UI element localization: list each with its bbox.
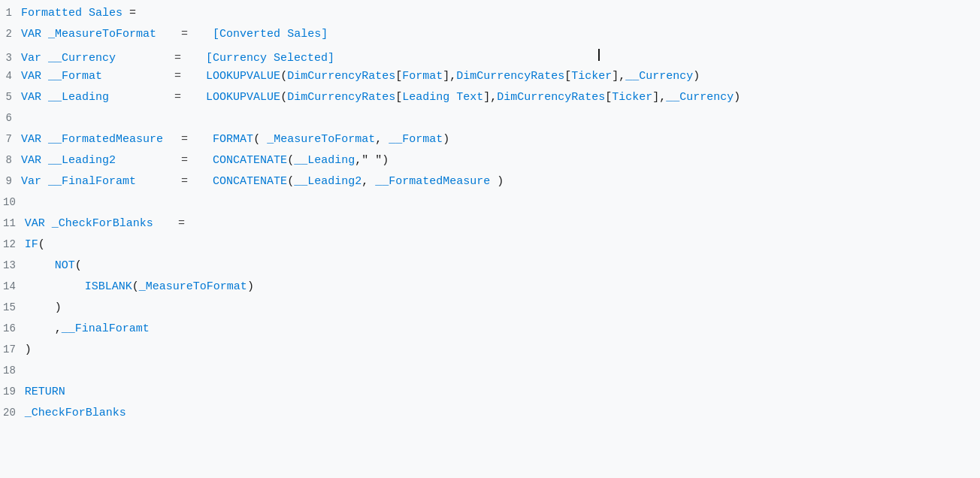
line-number: 19 bbox=[0, 386, 25, 398]
line-content: Var __Currency = [Currency Selected] bbox=[21, 49, 980, 65]
function-name-token: CONCATENATE bbox=[213, 154, 287, 167]
var-name-token: __FormatedMeasure bbox=[48, 133, 163, 146]
line-number: 9 bbox=[0, 175, 21, 187]
plain-text-token bbox=[192, 154, 213, 167]
plain-text-token: ) bbox=[55, 301, 62, 314]
plain-text-token: ( bbox=[253, 133, 267, 146]
code-editor: 1Formatted Sales =2VAR _MeasureToFormat … bbox=[0, 0, 980, 478]
var-name-token: _MeasureToFormat bbox=[139, 280, 247, 293]
line-number: 1 bbox=[0, 7, 21, 19]
plain-text-token: [ bbox=[564, 70, 571, 83]
plain-text-token: , bbox=[361, 175, 375, 188]
plain-text-token: ], bbox=[612, 70, 625, 83]
plain-text-token: , bbox=[55, 322, 62, 335]
var-name-token: __FinalForamt bbox=[62, 322, 150, 335]
plain-text-token bbox=[116, 52, 170, 65]
line-number: 10 bbox=[0, 196, 25, 208]
operator-token: = bbox=[178, 217, 185, 230]
keyword-token: Var bbox=[21, 175, 41, 188]
code-line: 20_CheckForBlanks bbox=[0, 406, 980, 427]
bracket-value-token: [Currency Selected] bbox=[206, 52, 334, 65]
plain-text-token: ], bbox=[443, 70, 456, 83]
plain-text-token bbox=[116, 154, 177, 167]
line-content: ,__FinalForamt bbox=[25, 322, 980, 335]
plain-text-token bbox=[41, 52, 48, 65]
text-cursor bbox=[598, 49, 600, 61]
line-number: 15 bbox=[0, 301, 25, 313]
line-number: 6 bbox=[0, 112, 21, 124]
var-name-token: __Currency bbox=[625, 70, 693, 83]
keyword-token: VAR bbox=[21, 70, 41, 83]
function-name-token: IF bbox=[25, 238, 38, 251]
line-content: Var __FinalForamt = CONCATENATE(__Leadin… bbox=[21, 175, 980, 188]
plain-text-token bbox=[163, 133, 177, 146]
operator-token: = bbox=[181, 175, 188, 188]
var-name-token: _MeasureToFormat bbox=[48, 28, 156, 41]
keyword-token: VAR bbox=[21, 28, 41, 41]
code-line: 8VAR __Leading2 = CONCATENATE(__Leading,… bbox=[0, 153, 980, 174]
operator-token: = bbox=[174, 70, 181, 83]
plain-text-token: [ bbox=[395, 70, 402, 83]
var-name-token: Format bbox=[402, 70, 443, 83]
line-content: _CheckForBlanks bbox=[25, 407, 980, 419]
line-content: Formatted Sales = bbox=[21, 7, 980, 20]
var-name-token: Ticker bbox=[571, 70, 612, 83]
line-content: VAR __Format = LOOKUPVALUE(DimCurrencyRa… bbox=[21, 70, 980, 83]
var-name-token: __Leading2 bbox=[294, 175, 361, 188]
var-name-token: Leading Text bbox=[402, 91, 483, 104]
keyword-token: VAR bbox=[21, 154, 41, 167]
function-name-token: FORMAT bbox=[213, 133, 253, 146]
code-line: 11VAR _CheckForBlanks = bbox=[0, 216, 980, 237]
line-number: 3 bbox=[0, 52, 21, 64]
code-line: 3Var __Currency = [Currency Selected] bbox=[0, 48, 980, 69]
line-number: 11 bbox=[0, 217, 25, 229]
function-name-token: CONCATENATE bbox=[213, 175, 287, 188]
line-content: ) bbox=[25, 343, 980, 356]
line-content: RETURN bbox=[25, 386, 980, 398]
plain-text-token bbox=[45, 217, 52, 230]
keyword-token: RETURN bbox=[25, 386, 65, 398]
operator-token: = bbox=[181, 154, 188, 167]
plain-text-token bbox=[334, 52, 598, 65]
plain-text-token bbox=[102, 70, 170, 83]
line-number: 5 bbox=[0, 91, 21, 103]
function-name-token: ISBLANK bbox=[85, 280, 132, 293]
keyword-token: Var bbox=[21, 52, 41, 65]
plain-text-token: ( bbox=[287, 154, 294, 167]
var-name-token: __Leading bbox=[294, 154, 355, 167]
bracket-value-token: [Converted Sales] bbox=[213, 28, 328, 41]
code-line: 7VAR __FormatedMeasure = FORMAT( _Measur… bbox=[0, 132, 980, 153]
code-line: 5VAR __Leading = LOOKUPVALUE(DimCurrency… bbox=[0, 90, 980, 111]
line-number: 8 bbox=[0, 154, 21, 166]
plain-text-token: ) bbox=[25, 343, 32, 356]
var-name-token: _MeasureToFormat bbox=[267, 133, 375, 146]
plain-text-token: ( bbox=[280, 70, 287, 83]
var-name-token: _CheckForBlanks bbox=[52, 217, 153, 230]
line-content: ISBLANK(_MeasureToFormat) bbox=[25, 280, 980, 293]
line-number: 13 bbox=[0, 259, 25, 271]
plain-text-token bbox=[41, 91, 48, 104]
code-line: 2VAR _MeasureToFormat = [Converted Sales… bbox=[0, 27, 980, 48]
plain-text-token: ( bbox=[287, 175, 294, 188]
var-name-token: __Leading2 bbox=[48, 154, 116, 167]
plain-text-token: [ bbox=[395, 91, 402, 104]
line-number: 20 bbox=[0, 407, 25, 419]
plain-text-token bbox=[156, 28, 177, 41]
var-name-token: __Leading bbox=[48, 91, 109, 104]
var-name-token: __Format bbox=[389, 133, 443, 146]
line-content: VAR __FormatedMeasure = FORMAT( _Measure… bbox=[21, 133, 980, 146]
code-line: 16,__FinalForamt bbox=[0, 322, 980, 343]
var-name-token: __Currency bbox=[666, 91, 733, 104]
var-name-token: DimCurrencyRates bbox=[287, 70, 395, 83]
plain-text-token: ], bbox=[483, 91, 497, 104]
var-name-token: DimCurrencyRates bbox=[497, 91, 605, 104]
line-number: 14 bbox=[0, 280, 25, 292]
plain-text-token: ) bbox=[247, 280, 254, 293]
plain-text-token: ], bbox=[652, 91, 666, 104]
line-number: 2 bbox=[0, 28, 21, 40]
code-line: 17) bbox=[0, 343, 980, 364]
code-line: 1Formatted Sales = bbox=[0, 6, 980, 27]
var-name-token: __FormatedMeasure bbox=[375, 175, 490, 188]
plain-text-token: ( bbox=[38, 238, 45, 251]
line-number: 17 bbox=[0, 343, 25, 355]
